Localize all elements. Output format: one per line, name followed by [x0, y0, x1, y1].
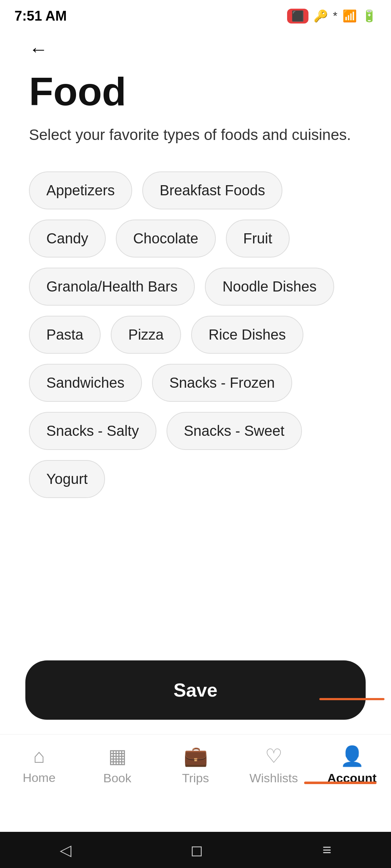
back-button[interactable]: ←	[29, 40, 48, 59]
recording-icon: ⬛	[287, 9, 308, 24]
nav-item-account[interactable]: 👤Account	[313, 745, 391, 785]
status-time: 7:51 AM	[14, 8, 67, 24]
tag-chocolate[interactable]: Chocolate	[116, 220, 216, 258]
status-bar: 7:51 AM ⬛ 🔑 * 📶 🔋	[0, 0, 391, 29]
nav-label-trips: Trips	[182, 771, 209, 785]
tag-yogurt[interactable]: Yogurt	[29, 460, 105, 498]
nav-icon-book: ▦	[108, 745, 127, 767]
nav-label-home: Home	[23, 771, 56, 785]
status-icons: ⬛ 🔑 * 📶 🔋	[287, 9, 377, 24]
save-area: Save	[0, 650, 391, 731]
nav-item-home[interactable]: ⌂Home	[0, 745, 78, 785]
save-button[interactable]: Save	[25, 660, 366, 720]
tag-snacks-salty[interactable]: Snacks - Salty	[29, 412, 156, 450]
nav-icon-account: 👤	[340, 745, 364, 767]
key-icon: 🔑	[314, 9, 328, 23]
android-back-btn[interactable]: ◁	[60, 841, 71, 859]
nav-item-wishlists[interactable]: ♡Wishlists	[235, 745, 313, 785]
recording-symbol: ⬛	[291, 10, 304, 22]
android-menu-btn[interactable]: ≡	[323, 841, 332, 859]
android-home-btn[interactable]: ◻	[190, 841, 203, 859]
tag-breakfast-foods[interactable]: Breakfast Foods	[142, 171, 282, 209]
nav-icon-wishlists: ♡	[265, 745, 282, 767]
tag-pasta[interactable]: Pasta	[29, 316, 101, 354]
tag-sandwiches[interactable]: Sandwiches	[29, 364, 142, 402]
nav-label-book: Book	[103, 771, 131, 785]
nav-item-trips[interactable]: 💼Trips	[156, 745, 235, 785]
nav-item-book[interactable]: ▦Book	[78, 745, 156, 785]
nav-icon-trips: 💼	[184, 745, 208, 767]
page-subtitle: Select your favorite types of foods and …	[29, 123, 362, 146]
battery-icon: 🔋	[362, 9, 377, 23]
nav-icon-home: ⌂	[33, 745, 45, 767]
tag-snacks-sweet[interactable]: Snacks - Sweet	[167, 412, 302, 450]
tag-rice-dishes[interactable]: Rice Dishes	[191, 316, 303, 354]
tag-appetizers[interactable]: Appetizers	[29, 171, 132, 209]
bluetooth-icon: *	[333, 9, 337, 23]
tag-snacks-frozen[interactable]: Snacks - Frozen	[152, 364, 292, 402]
wifi-icon: 📶	[342, 9, 357, 23]
tag-pizza[interactable]: Pizza	[111, 316, 181, 354]
tag-candy[interactable]: Candy	[29, 220, 106, 258]
account-active-indicator	[304, 782, 377, 784]
tag-granola-health-bars[interactable]: Granola/Health Bars	[29, 268, 195, 306]
page-title: Food	[29, 69, 362, 113]
tag-fruit[interactable]: Fruit	[226, 220, 290, 258]
main-content: ← Food Select your favorite types of foo…	[0, 29, 391, 512]
tag-noodle-dishes[interactable]: Noodle Dishes	[205, 268, 334, 306]
android-nav-bar: ◁ ◻ ≡	[0, 832, 391, 868]
tags-container: AppetizersBreakfast FoodsCandyChocolateF…	[29, 171, 362, 512]
nav-label-wishlists: Wishlists	[249, 771, 298, 785]
